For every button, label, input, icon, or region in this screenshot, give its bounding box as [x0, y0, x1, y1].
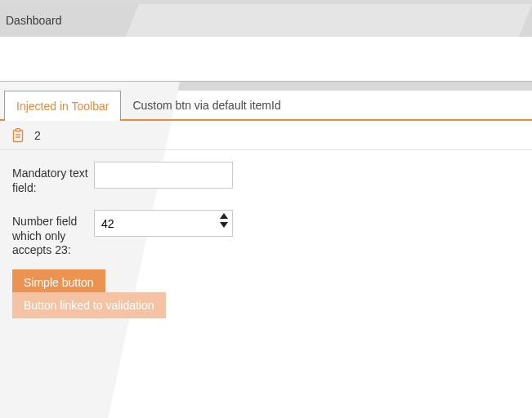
- validation-linked-button[interactable]: Button linked to validation: [12, 292, 166, 318]
- tab-custom-btn[interactable]: Custom btn via default itemId: [121, 91, 292, 119]
- svg-rect-0: [14, 130, 23, 141]
- title-bar: Dashboard: [0, 4, 532, 37]
- number-label: Number field which only accepts 23:: [12, 210, 94, 258]
- field-number: Number field which only accepts 23:: [12, 210, 532, 258]
- tabs: Injected in Toolbar Custom btn via defau…: [0, 91, 532, 121]
- page-title: Dashboard: [6, 14, 62, 27]
- number-input[interactable]: [94, 210, 233, 237]
- number-spinner: [220, 213, 228, 228]
- spinner-down-icon[interactable]: [220, 222, 228, 228]
- svg-rect-1: [16, 128, 20, 131]
- tab-injected-toolbar[interactable]: Injected in Toolbar: [4, 91, 121, 121]
- mandatory-label: Mandatory text field:: [12, 162, 94, 195]
- mandatory-input[interactable]: [94, 162, 233, 189]
- toolbar-count: 2: [34, 129, 41, 142]
- tab-label: Injected in Toolbar: [16, 100, 109, 113]
- panel-toolbar: 2: [0, 121, 532, 150]
- field-mandatory: Mandatory text field:: [12, 162, 532, 195]
- spinner-up-icon[interactable]: [220, 213, 228, 219]
- clipboard-icon: [11, 128, 25, 143]
- tab-label: Custom btn via default itemId: [132, 99, 280, 112]
- toolbar-band: [0, 37, 532, 82]
- form: Mandatory text field: Number field which…: [0, 150, 532, 318]
